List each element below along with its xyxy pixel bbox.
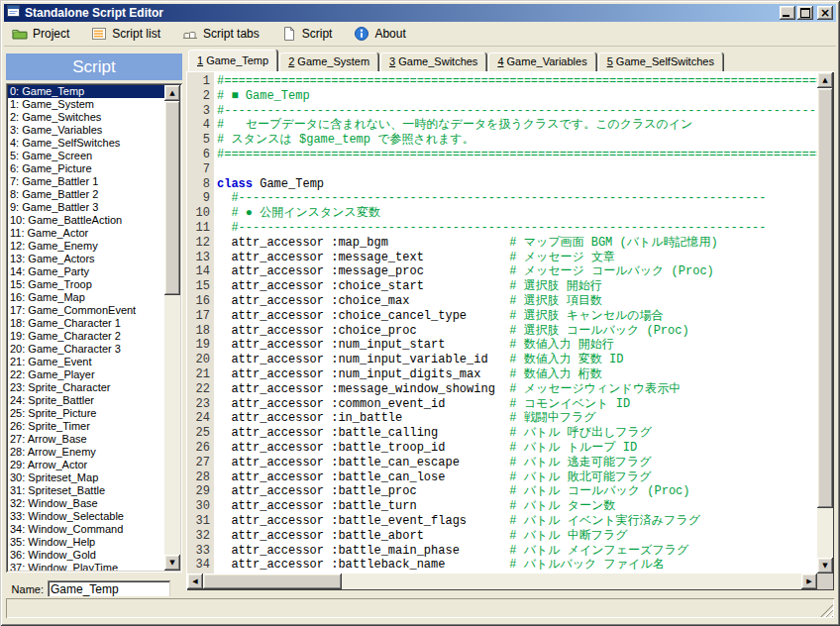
script-list-item[interactable]: 16: Game_Map bbox=[8, 291, 164, 304]
code-line: attr_accessor :choice_start # 選択肢 開始行 bbox=[217, 279, 817, 294]
about-button[interactable]: About bbox=[350, 23, 409, 45]
about-info-icon bbox=[354, 26, 369, 42]
maximize-button[interactable] bbox=[797, 6, 813, 20]
tab-game_variables[interactable]: 4 Game_Variables bbox=[488, 52, 595, 71]
code-editor[interactable]: 1234567891011121314151617181920212223242… bbox=[187, 72, 817, 574]
line-number: 31 bbox=[187, 514, 210, 529]
line-number: 16 bbox=[187, 294, 210, 309]
script-list[interactable]: 0: Game_Temp1: Game_System2: Game_Switch… bbox=[8, 85, 164, 571]
line-number: 30 bbox=[187, 499, 210, 514]
code-line: #=======================================… bbox=[217, 74, 817, 89]
minimize-button[interactable] bbox=[780, 6, 795, 20]
close-icon: × bbox=[820, 8, 830, 18]
script-list-item[interactable]: 12: Game_Enemy bbox=[8, 240, 164, 253]
project-button[interactable]: Project bbox=[8, 23, 73, 45]
toolbar: Project Script list Script bbox=[4, 22, 836, 47]
script-list-item[interactable]: 23: Sprite_Character bbox=[8, 381, 164, 394]
window-title: Standalone Script Editor bbox=[25, 6, 163, 20]
script-list-item[interactable]: 1: Game_System bbox=[8, 98, 164, 111]
code-line: attr_accessor :in_battle # 戦闘中フラグ bbox=[217, 411, 817, 426]
script-list-button[interactable]: Script list bbox=[87, 23, 164, 45]
script-list-item[interactable]: 17: Game_CommonEvent bbox=[8, 304, 164, 317]
script-list-item[interactable]: 7: Game_Battler 1 bbox=[8, 175, 164, 188]
tab-game_switches[interactable]: 3 Game_Switches bbox=[380, 52, 486, 71]
code-line: #---------------------------------------… bbox=[217, 104, 817, 119]
code-line: # ● 公開インスタンス変数 bbox=[217, 206, 817, 221]
script-button[interactable]: Script bbox=[277, 23, 337, 45]
close-button[interactable]: × bbox=[817, 6, 833, 20]
editor-vscrollbar[interactable]: ▲ ▼ bbox=[817, 72, 833, 574]
script-list-item[interactable]: 27: Arrow_Base bbox=[8, 433, 164, 446]
script-list-item[interactable]: 21: Game_Event bbox=[8, 356, 164, 368]
script-tabs-button[interactable]: Script tabs bbox=[178, 23, 263, 45]
editor-scroll-left-button[interactable]: ◀ bbox=[187, 574, 203, 589]
script-button-label: Script bbox=[302, 27, 333, 41]
script-tabs-button-label: Script tabs bbox=[203, 27, 260, 41]
code-line: #---------------------------------------… bbox=[217, 191, 817, 206]
script-list-item[interactable]: 0: Game_Temp bbox=[8, 85, 164, 98]
script-list-item[interactable]: 3: Game_Variables bbox=[8, 124, 164, 137]
tab-game_temp[interactable]: 1 Game_Temp bbox=[188, 50, 277, 71]
script-list-item[interactable]: 15: Game_Troop bbox=[8, 278, 164, 291]
script-list-item[interactable]: 18: Game_Character 1 bbox=[8, 317, 164, 330]
line-numbers: 1234567891011121314151617181920212223242… bbox=[187, 74, 210, 573]
line-number: 13 bbox=[187, 251, 210, 265]
script-list-item[interactable]: 9: Game_Battler 3 bbox=[8, 201, 164, 214]
list-scroll-up-button[interactable]: ▲ bbox=[164, 85, 180, 101]
list-scroll-down-button[interactable]: ▼ bbox=[164, 555, 180, 571]
editor-scroll-down-button[interactable]: ▼ bbox=[817, 558, 833, 574]
line-number: 29 bbox=[187, 484, 210, 499]
script-list-item[interactable]: 32: Window_Base bbox=[8, 497, 164, 510]
script-list-item[interactable]: 37: Window_PlayTime bbox=[8, 562, 164, 571]
tab-game_system[interactable]: 2 Game_System bbox=[279, 52, 378, 71]
editor-scroll-up-button[interactable]: ▲ bbox=[817, 72, 833, 88]
code-line: attr_accessor :battle_turn # バトル ターン数 bbox=[217, 499, 817, 514]
tab-bar: 1 Game_Temp2 Game_System3 Game_Switches4… bbox=[188, 50, 725, 71]
scrollbar-corner bbox=[817, 574, 833, 589]
script-list-item[interactable]: 36: Window_Gold bbox=[8, 549, 164, 562]
list-scrollbar[interactable]: ▲ ▼ bbox=[164, 85, 180, 571]
script-list-item[interactable]: 22: Game_Player bbox=[8, 368, 164, 381]
line-number: 15 bbox=[187, 279, 210, 294]
script-list-item[interactable]: 20: Game_Character 3 bbox=[8, 343, 164, 356]
script-list-item[interactable]: 14: Game_Party bbox=[8, 265, 164, 278]
line-number: 17 bbox=[187, 309, 210, 324]
script-list-item[interactable]: 2: Game_Switches bbox=[8, 111, 164, 124]
editor-panel: 1234567891011121314151617181920212223242… bbox=[186, 71, 834, 590]
script-list-item[interactable]: 11: Game_Actor bbox=[8, 227, 164, 240]
script-list-item[interactable]: 13: Game_Actors bbox=[8, 253, 164, 265]
script-list-item[interactable]: 25: Sprite_Picture bbox=[8, 407, 164, 420]
script-list-item[interactable]: 4: Game_SelfSwitches bbox=[8, 137, 164, 150]
script-list-item[interactable]: 31: Spriteset_Battle bbox=[8, 484, 164, 497]
script-list-item[interactable]: 28: Arrow_Enemy bbox=[8, 446, 164, 459]
code-line: attr_accessor :message_window_showing # … bbox=[217, 382, 817, 397]
line-number: 10 bbox=[187, 206, 210, 221]
code-line: attr_accessor :battle_can_escape # バトル 逃… bbox=[217, 456, 817, 470]
script-list-item[interactable]: 19: Game_Character 2 bbox=[8, 330, 164, 343]
script-list-item[interactable]: 35: Window_Help bbox=[8, 536, 164, 549]
script-list-item[interactable]: 6: Game_Picture bbox=[8, 162, 164, 175]
code-line: attr_accessor :battle_troop_id # バトル トルー… bbox=[217, 441, 817, 456]
editor-scroll-right-button[interactable]: ▶ bbox=[801, 574, 817, 589]
script-list-item[interactable]: 10: Game_BattleAction bbox=[8, 214, 164, 227]
line-number: 34 bbox=[187, 558, 210, 573]
line-number: 1 bbox=[187, 74, 210, 89]
line-number: 24 bbox=[187, 411, 210, 426]
editor-vscrollbar-thumb[interactable] bbox=[817, 88, 833, 508]
script-list-item[interactable]: 34: Window_Command bbox=[8, 523, 164, 536]
script-listbox: 0: Game_Temp1: Game_System2: Game_Switch… bbox=[6, 83, 182, 573]
editor-hscrollbar[interactable]: ◀ ▶ bbox=[187, 574, 817, 589]
line-number: 26 bbox=[187, 441, 210, 456]
editor-hscrollbar-thumb[interactable] bbox=[203, 574, 342, 589]
minimize-icon bbox=[783, 15, 789, 17]
tab-game_selfswitches[interactable]: 5 Game_SelfSwitches bbox=[598, 52, 723, 71]
script-list-item[interactable]: 29: Arrow_Actor bbox=[8, 459, 164, 471]
script-list-item[interactable]: 30: Spriteset_Map bbox=[8, 471, 164, 484]
script-list-item[interactable]: 26: Sprite_Timer bbox=[8, 420, 164, 433]
up-arrow-icon: ▲ bbox=[822, 76, 827, 84]
script-list-item[interactable]: 33: Window_Selectable bbox=[8, 510, 164, 523]
script-list-item[interactable]: 24: Sprite_Battler bbox=[8, 394, 164, 407]
list-scrollbar-thumb[interactable] bbox=[164, 101, 180, 295]
script-list-item[interactable]: 8: Game_Battler 2 bbox=[8, 188, 164, 201]
script-list-item[interactable]: 5: Game_Screen bbox=[8, 150, 164, 162]
